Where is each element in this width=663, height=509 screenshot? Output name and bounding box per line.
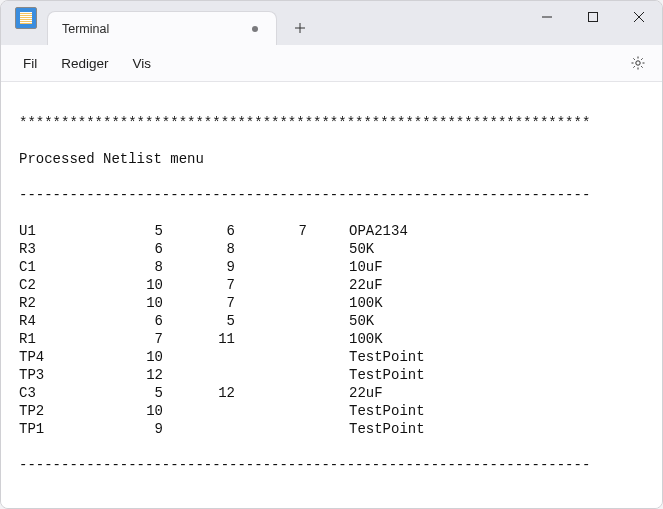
dash-divider: ----------------------------------------…: [19, 456, 644, 474]
cell-node-c: [235, 276, 307, 294]
netlist-title: Processed Netlist menu: [19, 150, 644, 168]
cell-node-a: 10: [91, 402, 163, 420]
cell-node-c: [235, 348, 307, 366]
cell-node-b: 9: [163, 258, 235, 276]
modified-dot-icon: [252, 26, 258, 32]
app-window: Terminal: [0, 0, 663, 509]
cell-id: TP2: [19, 402, 91, 420]
cell-node-c: [235, 330, 307, 348]
cell-node-a: 7: [91, 330, 163, 348]
gear-icon: [630, 55, 646, 71]
menubar: Fil Rediger Vis: [1, 45, 662, 82]
netlist-row: TP210TestPoint: [19, 402, 644, 420]
menu-view[interactable]: Vis: [121, 50, 164, 77]
cell-node-a: 6: [91, 240, 163, 258]
cell-id: TP1: [19, 420, 91, 438]
tab-label: Terminal: [62, 22, 244, 36]
settings-button[interactable]: [624, 49, 652, 77]
netlist-row: R2107100K: [19, 294, 644, 312]
terminal-output[interactable]: ****************************************…: [1, 82, 662, 508]
cell-id: R1: [19, 330, 91, 348]
titlebar: Terminal: [1, 1, 662, 45]
cell-node-a: 10: [91, 348, 163, 366]
notepad-icon: [20, 12, 32, 24]
cell-node-a: 10: [91, 276, 163, 294]
close-icon: [634, 12, 644, 22]
cell-id: C3: [19, 384, 91, 402]
netlist-table: U1567OPA2134R36850KC18910uFC210722uFR210…: [19, 222, 644, 438]
menu-file[interactable]: Fil: [11, 50, 49, 77]
cell-value: 50K: [307, 312, 374, 330]
cell-value: OPA2134: [307, 222, 408, 240]
cell-node-b: 8: [163, 240, 235, 258]
cell-node-c: [235, 420, 307, 438]
cell-node-c: 7: [235, 222, 307, 240]
cell-node-a: 12: [91, 366, 163, 384]
cell-id: C2: [19, 276, 91, 294]
netlist-row: C210722uF: [19, 276, 644, 294]
cell-node-c: [235, 312, 307, 330]
cell-node-a: 8: [91, 258, 163, 276]
cell-node-b: [163, 402, 235, 420]
netlist-row: R1711100K: [19, 330, 644, 348]
cell-node-b: 7: [163, 294, 235, 312]
cell-node-b: 6: [163, 222, 235, 240]
cell-node-c: [235, 384, 307, 402]
netlist-row: R46550K: [19, 312, 644, 330]
close-button[interactable]: [616, 1, 662, 33]
cell-value: 50K: [307, 240, 374, 258]
cell-value: TestPoint: [307, 402, 425, 420]
netlist-row: TP410TestPoint: [19, 348, 644, 366]
cell-node-a: 9: [91, 420, 163, 438]
cell-node-a: 6: [91, 312, 163, 330]
cell-node-c: [235, 240, 307, 258]
tab-terminal[interactable]: Terminal: [47, 11, 277, 45]
cell-value: 100K: [307, 330, 383, 348]
cell-node-c: [235, 366, 307, 384]
app-icon: [15, 7, 37, 29]
cell-node-b: [163, 348, 235, 366]
maximize-button[interactable]: [570, 1, 616, 33]
cell-node-b: 7: [163, 276, 235, 294]
cell-id: U1: [19, 222, 91, 240]
star-divider: ****************************************…: [19, 114, 644, 132]
cell-node-b: 11: [163, 330, 235, 348]
netlist-row: C18910uF: [19, 258, 644, 276]
svg-rect-0: [589, 13, 598, 22]
netlist-row: C351222uF: [19, 384, 644, 402]
cell-node-a: 5: [91, 222, 163, 240]
cell-value: 10uF: [307, 258, 383, 276]
cell-node-a: 5: [91, 384, 163, 402]
cell-value: 100K: [307, 294, 383, 312]
cell-value: TestPoint: [307, 348, 425, 366]
netlist-row: U1567OPA2134: [19, 222, 644, 240]
cell-node-c: [235, 258, 307, 276]
cell-id: R4: [19, 312, 91, 330]
netlist-row: TP312TestPoint: [19, 366, 644, 384]
minimize-icon: [542, 12, 552, 22]
cell-node-b: 5: [163, 312, 235, 330]
plus-icon: [294, 22, 306, 34]
netlist-row: TP19TestPoint: [19, 420, 644, 438]
menu-edit[interactable]: Rediger: [49, 50, 120, 77]
svg-point-1: [636, 61, 640, 65]
cell-node-b: [163, 420, 235, 438]
cell-id: C1: [19, 258, 91, 276]
cell-id: R3: [19, 240, 91, 258]
cell-value: TestPoint: [307, 366, 425, 384]
new-tab-button[interactable]: [283, 11, 317, 45]
netlist-row: R36850K: [19, 240, 644, 258]
minimize-button[interactable]: [524, 1, 570, 33]
cell-value: 22uF: [307, 276, 383, 294]
cell-id: R2: [19, 294, 91, 312]
maximize-icon: [588, 12, 598, 22]
window-controls: [524, 1, 662, 41]
cell-node-c: [235, 294, 307, 312]
dash-divider: ----------------------------------------…: [19, 186, 644, 204]
cell-node-b: [163, 366, 235, 384]
blank-line: [19, 492, 644, 508]
cell-value: 22uF: [307, 384, 383, 402]
cell-node-b: 12: [163, 384, 235, 402]
cell-id: TP4: [19, 348, 91, 366]
cell-node-a: 10: [91, 294, 163, 312]
